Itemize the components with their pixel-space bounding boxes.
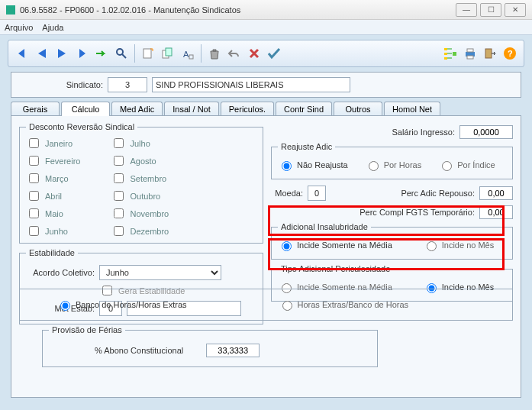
banco-horas-fieldset: Banco de Horas/Horas Extras Horas Extras… bbox=[19, 289, 513, 321]
tab-outros[interactable]: Outros bbox=[334, 102, 382, 116]
goto-icon[interactable] bbox=[92, 44, 111, 63]
toolbar: A ? bbox=[8, 40, 524, 67]
month-junho[interactable]: Junho bbox=[26, 224, 80, 238]
perc-fgts-temp-input[interactable] bbox=[479, 205, 513, 219]
menu-arquivo[interactable]: Arquivo bbox=[5, 23, 33, 32]
app-icon bbox=[6, 5, 15, 15]
tab-calculo[interactable]: Cálculo bbox=[61, 102, 110, 116]
first-record-icon[interactable] bbox=[13, 44, 31, 63]
svg-rect-11 bbox=[467, 49, 473, 52]
tab-homolnet[interactable]: Homol Net bbox=[384, 102, 440, 116]
radio-por-horas[interactable]: Por Horas bbox=[365, 159, 422, 171]
sindicato-name-input[interactable] bbox=[152, 77, 350, 92]
salario-ingresso-label: Salário Ingresso: bbox=[392, 128, 455, 137]
tab-panel-calculo: Desconto Reversão Sindical Janeiro Fever… bbox=[11, 115, 521, 398]
estabilidade-legend: Estabilidade bbox=[26, 248, 78, 257]
cancel-icon[interactable] bbox=[245, 44, 263, 63]
radio-banco-horas[interactable]: Banco de Horas/Horas Extras bbox=[56, 299, 187, 311]
delete-icon[interactable] bbox=[205, 44, 224, 63]
tab-gerais[interactable]: Gerais bbox=[11, 102, 60, 116]
radio-por-indice[interactable]: Por Índice bbox=[438, 159, 495, 171]
reajuste-adic-fieldset: Reajuste Adic Não Reajusta Por Horas Por… bbox=[271, 142, 513, 179]
radio-insal-media[interactable]: Incide Somente na Média bbox=[278, 239, 392, 251]
tipo-adicional-periculosidade-legend: Tipo Adicional Periculosidade bbox=[278, 264, 393, 273]
radio-horas-extras[interactable]: Horas Extras/Banco de Horas bbox=[279, 299, 409, 311]
abono-constitucional-input[interactable] bbox=[206, 344, 260, 357]
tab-periculos[interactable]: Periculos. bbox=[221, 102, 274, 116]
month-janeiro[interactable]: Janeiro bbox=[26, 136, 80, 150]
close-button[interactable]: ✕ bbox=[505, 3, 526, 17]
tab-strip: Gerais Cálculo Med Adic Insal / Not Peri… bbox=[0, 101, 532, 115]
prev-record-icon[interactable] bbox=[33, 44, 51, 63]
reajuste-adic-legend: Reajuste Adic bbox=[278, 142, 335, 151]
svg-rect-8 bbox=[444, 57, 447, 60]
adicional-insalubridade-fieldset: Adicional Insalubridade Incide Somente n… bbox=[271, 222, 513, 260]
tree-icon[interactable] bbox=[441, 44, 459, 63]
month-fevereiro[interactable]: Fevereiro bbox=[26, 153, 80, 168]
abono-constitucional-label: % Abono Constitucional bbox=[95, 346, 183, 355]
svg-rect-6 bbox=[444, 48, 447, 50]
acordo-coletivo-select[interactable]: Junho bbox=[99, 265, 221, 280]
month-julho[interactable]: Julho bbox=[111, 136, 169, 150]
window-title: 06.9.5582 - FP0600 - 1.02.02.016 - Manut… bbox=[20, 5, 456, 15]
titlebar: 06.9.5582 - FP0600 - 1.02.02.016 - Manut… bbox=[0, 0, 532, 20]
salario-ingresso-input[interactable] bbox=[459, 125, 513, 139]
svg-rect-13 bbox=[485, 49, 492, 58]
month-novembro[interactable]: Novembro bbox=[111, 206, 169, 221]
month-maio[interactable]: Maio bbox=[26, 206, 80, 221]
month-setembro[interactable]: Setembro bbox=[111, 171, 169, 186]
perc-adic-repouso-label: Perc Adic Repouso: bbox=[401, 189, 475, 198]
moeda-input[interactable] bbox=[308, 186, 326, 201]
provisao-ferias-legend: Provisão de Férias bbox=[49, 325, 125, 334]
print-icon[interactable] bbox=[461, 44, 479, 63]
copy-icon[interactable] bbox=[159, 44, 177, 63]
desconto-reversao-legend: Desconto Reversão Sindical bbox=[26, 122, 137, 131]
new-icon[interactable] bbox=[139, 44, 157, 63]
acordo-coletivo-label: Acordo Coletivo: bbox=[26, 268, 95, 277]
desconto-reversao-fieldset: Desconto Reversão Sindical Janeiro Fever… bbox=[19, 122, 263, 244]
sindicato-code-input[interactable] bbox=[108, 77, 147, 92]
help-icon[interactable]: ? bbox=[501, 44, 519, 63]
month-dezembro[interactable]: Dezembro bbox=[111, 224, 169, 238]
tab-medadic[interactable]: Med Adic bbox=[111, 102, 163, 116]
perc-adic-repouso-input[interactable] bbox=[479, 186, 513, 200]
month-marco[interactable]: Março bbox=[26, 171, 80, 186]
month-abril[interactable]: Abril bbox=[26, 189, 80, 203]
svg-text:?: ? bbox=[508, 49, 513, 58]
confirm-icon[interactable] bbox=[265, 44, 283, 63]
adicional-insalubridade-legend: Adicional Insalubridade bbox=[278, 222, 371, 231]
tab-insalnot[interactable]: Insal / Not bbox=[164, 102, 219, 116]
svg-rect-12 bbox=[467, 56, 473, 59]
radio-nao-reajusta[interactable]: Não Reajusta bbox=[278, 159, 348, 171]
month-agosto[interactable]: Agosto bbox=[111, 153, 169, 168]
menu-ajuda[interactable]: Ajuda bbox=[42, 23, 63, 32]
exit-icon[interactable] bbox=[481, 44, 499, 63]
minimize-button[interactable]: — bbox=[456, 3, 477, 17]
tab-contrsind[interactable]: Contr Sind bbox=[276, 102, 332, 116]
last-record-icon[interactable] bbox=[73, 44, 91, 63]
font-icon[interactable]: A bbox=[179, 44, 197, 63]
undo-icon[interactable] bbox=[225, 44, 243, 63]
month-outubro[interactable]: Outubro bbox=[111, 189, 169, 203]
search-icon[interactable] bbox=[112, 44, 131, 63]
svg-rect-3 bbox=[166, 48, 172, 56]
moeda-label: Moeda: bbox=[271, 189, 303, 198]
svg-text:A: A bbox=[183, 50, 189, 59]
next-record-icon[interactable] bbox=[53, 44, 71, 63]
svg-point-0 bbox=[117, 49, 123, 55]
menubar: Arquivo Ajuda bbox=[0, 20, 532, 35]
maximize-button[interactable]: ☐ bbox=[480, 3, 501, 17]
svg-rect-1 bbox=[143, 49, 151, 58]
svg-rect-9 bbox=[453, 52, 456, 56]
sindicato-label: Sindicato: bbox=[19, 80, 103, 89]
radio-insal-mes[interactable]: Incide no Mês bbox=[423, 239, 494, 251]
provisao-ferias-fieldset: Provisão de Férias % Abono Constituciona… bbox=[42, 325, 378, 367]
perc-fgts-temp-label: Perc Compl FGTS Temporário: bbox=[360, 208, 475, 217]
svg-rect-5 bbox=[189, 55, 193, 59]
svg-rect-7 bbox=[444, 53, 447, 55]
